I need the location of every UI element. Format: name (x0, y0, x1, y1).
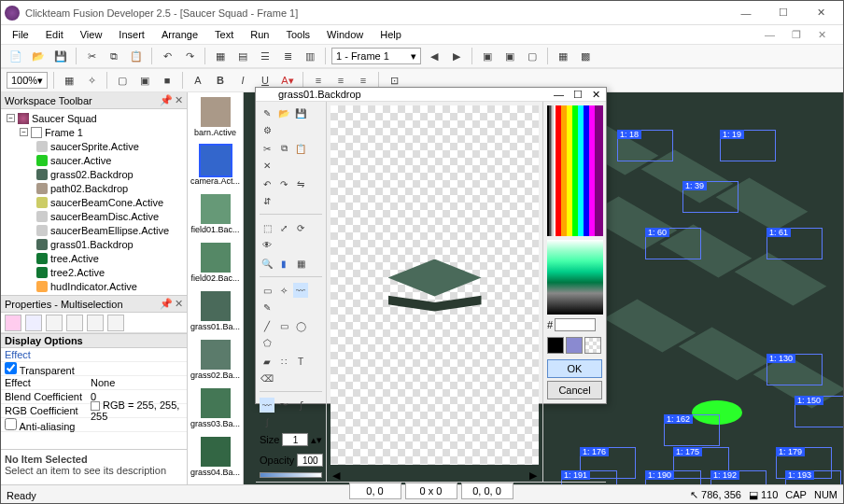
scroll-right-icon[interactable]: ▶ (529, 469, 537, 482)
color-palette[interactable] (547, 105, 603, 236)
selection-box[interactable]: 1: 130 (767, 354, 823, 385)
storyboard-icon[interactable]: ▦ (211, 47, 230, 65)
object-list-item[interactable]: field02.Bac... (188, 238, 243, 287)
zoom-selector[interactable]: 100%▾ (7, 72, 48, 89)
lasso-icon[interactable]: 〰 (293, 283, 308, 298)
next-frame-icon[interactable]: ▶ (447, 47, 466, 65)
dialog-titlebar[interactable]: grass01.Backdrop — ☐ ✕ (256, 88, 606, 102)
tree-item[interactable]: saucerBeamCone.Active (3, 195, 185, 209)
run-frame-icon[interactable]: ▢ (523, 47, 542, 65)
dialog-maximize-icon[interactable]: ☐ (573, 89, 583, 101)
dialog-minimize-icon[interactable]: — (554, 89, 564, 101)
redo-icon[interactable]: ↷ (180, 47, 199, 65)
prop-tab-about[interactable] (107, 315, 124, 331)
selection-box[interactable]: 1: 150 (795, 396, 843, 427)
opacity-slider[interactable] (260, 472, 322, 478)
tree-item[interactable]: path02.Backdrop (3, 181, 185, 195)
text-icon[interactable]: T (293, 354, 308, 369)
prop-tab-size[interactable] (46, 315, 63, 331)
menu-file[interactable]: File (5, 27, 36, 42)
selection-box[interactable]: 1: 61 (767, 228, 823, 259)
minimize-button[interactable]: — (727, 3, 765, 23)
options-icon[interactable]: ⚙ (260, 122, 274, 137)
object-list-item[interactable]: grass02.Ba... (188, 335, 243, 384)
grid-icon[interactable]: ▦ (293, 256, 308, 271)
coord-rgb[interactable]: 0, 0, 0 (461, 483, 513, 499)
opacity-input[interactable] (297, 454, 323, 467)
tree-item[interactable]: grass02.Backdrop (3, 167, 185, 181)
selection-box[interactable]: 1: 60 (645, 228, 701, 259)
build-icon[interactable]: ▦ (554, 47, 572, 65)
copy-icon[interactable]: ⧉ (276, 141, 291, 156)
object-list-item[interactable]: grass01.Ba... (188, 287, 243, 335)
tree-item[interactable]: saucerBeamEllipse.Active (3, 223, 185, 237)
grid-icon[interactable]: ▦ (60, 71, 78, 90)
eventlist-icon[interactable]: ≣ (278, 47, 297, 65)
brush3-icon[interactable]: ʃ (293, 398, 308, 413)
layer2-icon[interactable]: ▣ (135, 71, 154, 90)
bold-icon[interactable]: B (211, 71, 230, 90)
bg-swatch[interactable] (566, 337, 583, 354)
close-button[interactable]: ✕ (802, 3, 839, 23)
size-input[interactable] (282, 433, 308, 446)
tree-frame[interactable]: −Frame 1 (3, 125, 185, 139)
selection-box[interactable]: 1: 162 (664, 414, 720, 446)
menu-run[interactable]: Run (243, 27, 276, 42)
poly-icon[interactable]: ⬠ (260, 335, 274, 350)
cut-icon[interactable]: ✂ (260, 141, 274, 156)
delete-icon[interactable]: ✕ (260, 158, 274, 173)
prop-tab-events[interactable] (87, 315, 104, 331)
object-list-item[interactable]: grass04.Ba... (188, 432, 243, 481)
selection-box[interactable]: 1: 190 (645, 470, 701, 484)
view-icon[interactable]: 👁 (260, 237, 274, 252)
snap-icon[interactable]: ✧ (82, 71, 101, 90)
object-list-item[interactable]: field01.Bac... (188, 189, 243, 238)
tree-item[interactable]: saucerBeamDisc.Active (3, 209, 185, 223)
italic-icon[interactable]: I (233, 71, 252, 90)
wand-icon[interactable]: ✧ (276, 283, 291, 298)
transparent-checkbox[interactable] (5, 362, 17, 374)
maximize-button[interactable]: ☐ (765, 3, 802, 23)
event-editor-icon[interactable]: ☰ (256, 47, 274, 65)
run-project-icon[interactable]: ▣ (478, 47, 497, 65)
mdi-restore-icon[interactable]: ❐ (784, 27, 809, 43)
tree-item[interactable]: tree.Active (3, 251, 185, 265)
rect-icon[interactable]: ▭ (276, 318, 291, 333)
tree-item[interactable]: grass01.Backdrop (3, 237, 185, 251)
workspace-tree[interactable]: −Saucer Squad −Frame 1 saucerSprite.Acti… (1, 109, 187, 295)
prop-value[interactable]: None (87, 377, 187, 388)
close-panel-icon[interactable]: ✕ (175, 94, 183, 106)
brush4-icon[interactable]: ∫ (260, 414, 274, 429)
scroll-left-icon[interactable]: ◀ (332, 469, 340, 482)
tree-item[interactable]: saucer.Active (3, 153, 185, 167)
coord-xy[interactable]: 0, 0 (349, 483, 401, 499)
frame-selector[interactable]: 1 - Frame 1 ▾ (331, 48, 421, 64)
object-list[interactable]: barn.Activecamera.Act...field01.Bac...fi… (188, 92, 244, 484)
undo-icon[interactable]: ↶ (158, 47, 176, 65)
font-icon[interactable]: A (189, 71, 207, 90)
layer1-icon[interactable]: ▢ (113, 71, 132, 90)
flip-h-icon[interactable]: ⇋ (293, 176, 308, 191)
layer3-icon[interactable]: ■ (158, 71, 176, 90)
object-list-item[interactable]: grass03.Ba... (188, 384, 243, 432)
selection-box[interactable]: 1: 193 (785, 470, 841, 484)
dialog-close-icon[interactable]: ✕ (592, 89, 600, 101)
fill-icon[interactable]: ▰ (260, 354, 274, 369)
brush1-icon[interactable]: 〰 (260, 398, 274, 413)
color-swatch[interactable] (91, 401, 100, 411)
erase-icon[interactable]: ⌫ (260, 371, 274, 385)
select-icon[interactable]: ▭ (260, 283, 274, 298)
menu-insert[interactable]: Insert (111, 27, 152, 42)
color-gradient[interactable] (547, 240, 603, 315)
run-app-icon[interactable]: ▣ (500, 47, 519, 65)
pin-icon[interactable]: 📌 (160, 298, 173, 310)
menu-window[interactable]: Window (319, 27, 371, 42)
close-panel-icon[interactable]: ✕ (175, 298, 183, 310)
cancel-button[interactable]: Cancel (547, 381, 602, 399)
mdi-minimize-icon[interactable]: — (757, 27, 782, 43)
new-icon[interactable]: ✎ (260, 105, 274, 120)
build-run-icon[interactable]: ▩ (576, 47, 595, 65)
prev-frame-icon[interactable]: ◀ (425, 47, 443, 65)
image-canvas[interactable] (331, 105, 539, 465)
picker-icon[interactable]: ✎ (260, 300, 274, 315)
